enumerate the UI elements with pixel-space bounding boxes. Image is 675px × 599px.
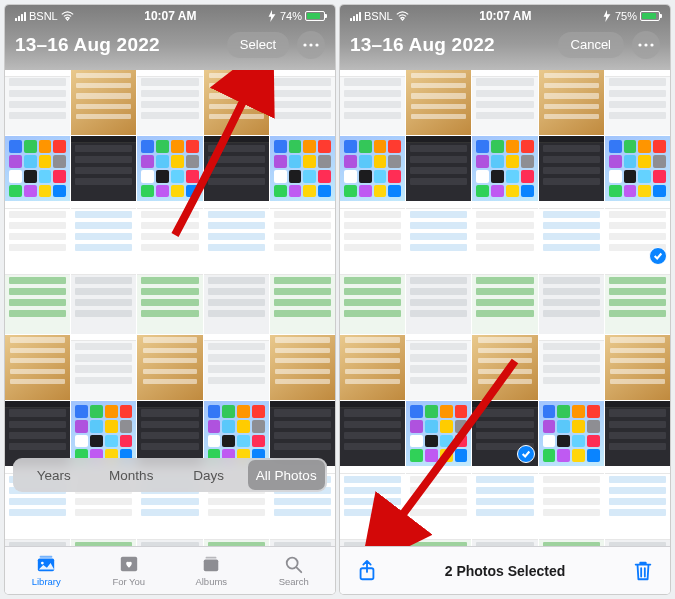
select-button[interactable]: Select xyxy=(227,32,289,58)
photo-thumbnail[interactable] xyxy=(5,202,70,267)
photo-thumbnail[interactable] xyxy=(204,70,269,135)
photo-thumbnail[interactable] xyxy=(472,335,537,400)
photo-thumbnail[interactable] xyxy=(539,467,604,532)
photo-thumbnail[interactable] xyxy=(137,533,202,546)
photo-thumbnail[interactable] xyxy=(204,335,269,400)
photo-thumbnail[interactable] xyxy=(472,70,537,135)
status-right: 75% xyxy=(602,10,660,22)
photo-thumbnail[interactable] xyxy=(539,202,604,267)
photo-thumbnail[interactable] xyxy=(340,533,405,546)
battery-percent: 75% xyxy=(615,10,637,22)
photo-thumbnail[interactable] xyxy=(137,202,202,267)
photo-thumbnail[interactable] xyxy=(5,70,70,135)
photo-thumbnail[interactable] xyxy=(270,202,335,267)
photo-thumbnail[interactable] xyxy=(5,136,70,201)
photo-thumbnail[interactable] xyxy=(204,401,269,466)
more-button[interactable] xyxy=(297,31,325,59)
photo-thumbnail[interactable] xyxy=(340,335,405,400)
photo-thumbnail[interactable] xyxy=(406,467,471,532)
photo-thumbnail[interactable] xyxy=(539,70,604,135)
photo-thumbnail[interactable] xyxy=(270,533,335,546)
photo-thumbnail[interactable] xyxy=(406,202,471,267)
photo-thumbnail[interactable] xyxy=(406,136,471,201)
photo-thumbnail[interactable] xyxy=(71,401,136,466)
photo-thumbnail[interactable] xyxy=(5,335,70,400)
photo-thumbnail[interactable] xyxy=(270,401,335,466)
photo-thumbnail[interactable] xyxy=(137,70,202,135)
photo-thumbnail[interactable] xyxy=(472,467,537,532)
photo-thumbnail[interactable] xyxy=(539,401,604,466)
delete-button[interactable] xyxy=(632,559,654,583)
photo-thumbnail[interactable] xyxy=(406,335,471,400)
photo-thumbnail[interactable] xyxy=(340,202,405,267)
svg-point-0 xyxy=(303,43,306,46)
photo-thumbnail[interactable] xyxy=(605,202,670,267)
photo-thumbnail[interactable] xyxy=(605,467,670,532)
photo-thumbnail[interactable] xyxy=(204,533,269,546)
photo-thumbnail[interactable] xyxy=(71,269,136,334)
more-button[interactable] xyxy=(632,31,660,59)
segment-months[interactable]: Months xyxy=(93,460,171,490)
photo-thumbnail[interactable] xyxy=(472,202,537,267)
heart-square-icon xyxy=(118,554,140,574)
photo-thumbnail[interactable] xyxy=(340,467,405,532)
photo-thumbnail[interactable] xyxy=(539,533,604,546)
tab-albums[interactable]: Albums xyxy=(170,547,253,594)
photo-thumbnail[interactable] xyxy=(605,335,670,400)
photo-thumbnail[interactable] xyxy=(71,70,136,135)
photo-thumbnail[interactable] xyxy=(270,269,335,334)
share-icon xyxy=(356,559,378,583)
photo-thumbnail[interactable] xyxy=(71,202,136,267)
bolt-icon xyxy=(602,10,612,22)
view-segmented-control[interactable]: Years Months Days All Photos xyxy=(13,458,327,492)
photo-thumbnail[interactable] xyxy=(406,70,471,135)
photo-thumbnail[interactable] xyxy=(204,269,269,334)
tab-library[interactable]: Library xyxy=(5,547,88,594)
photo-thumbnail[interactable] xyxy=(340,401,405,466)
segment-years[interactable]: Years xyxy=(15,460,93,490)
status-bar: BSNL 10:07 AM 74% xyxy=(5,5,335,25)
photo-thumbnail[interactable] xyxy=(137,269,202,334)
photo-thumbnail[interactable] xyxy=(270,70,335,135)
share-button[interactable] xyxy=(356,559,378,583)
photo-thumbnail[interactable] xyxy=(71,335,136,400)
photo-grid[interactable]: Years Months Days All Photos xyxy=(5,70,335,546)
tab-for-you[interactable]: For You xyxy=(88,547,171,594)
photo-thumbnail[interactable] xyxy=(605,70,670,135)
photo-thumbnail[interactable] xyxy=(137,136,202,201)
segment-days[interactable]: Days xyxy=(170,460,248,490)
photo-thumbnail[interactable] xyxy=(406,401,471,466)
photo-thumbnail[interactable] xyxy=(137,401,202,466)
photo-thumbnail[interactable] xyxy=(270,335,335,400)
photo-thumbnail[interactable] xyxy=(340,70,405,135)
tab-search[interactable]: Search xyxy=(253,547,336,594)
photo-thumbnail[interactable] xyxy=(605,401,670,466)
header-area: BSNL 10:07 AM 75% 13–16 Aug 2022 Cancel xyxy=(340,5,670,70)
photo-thumbnail[interactable] xyxy=(472,269,537,334)
photo-thumbnail[interactable] xyxy=(539,269,604,334)
photo-thumbnail[interactable] xyxy=(406,533,471,546)
photo-thumbnail[interactable] xyxy=(605,533,670,546)
photo-thumbnail[interactable] xyxy=(539,335,604,400)
photo-thumbnail[interactable] xyxy=(472,533,537,546)
photo-thumbnail[interactable] xyxy=(204,202,269,267)
photo-thumbnail[interactable] xyxy=(406,269,471,334)
photo-thumbnail[interactable] xyxy=(71,533,136,546)
photo-thumbnail[interactable] xyxy=(340,136,405,201)
photo-thumbnail[interactable] xyxy=(605,136,670,201)
photo-thumbnail[interactable] xyxy=(472,401,537,466)
photo-thumbnail[interactable] xyxy=(71,136,136,201)
photo-thumbnail[interactable] xyxy=(204,136,269,201)
photo-thumbnail[interactable] xyxy=(340,269,405,334)
photo-grid-selecting[interactable] xyxy=(340,70,670,546)
photo-thumbnail[interactable] xyxy=(5,401,70,466)
cancel-button[interactable]: Cancel xyxy=(558,32,624,58)
photo-thumbnail[interactable] xyxy=(472,136,537,201)
photo-thumbnail[interactable] xyxy=(539,136,604,201)
photo-thumbnail[interactable] xyxy=(5,533,70,546)
photo-thumbnail[interactable] xyxy=(270,136,335,201)
photo-thumbnail[interactable] xyxy=(137,335,202,400)
segment-all-photos[interactable]: All Photos xyxy=(248,460,326,490)
photo-thumbnail[interactable] xyxy=(5,269,70,334)
photo-thumbnail[interactable] xyxy=(605,269,670,334)
